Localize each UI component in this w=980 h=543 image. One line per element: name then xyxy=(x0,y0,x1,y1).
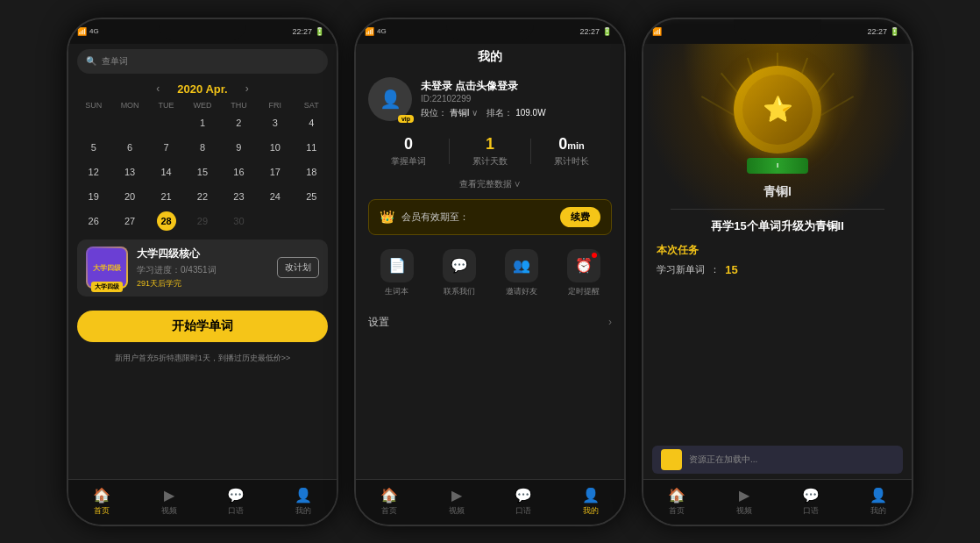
next-month-btn[interactable]: › xyxy=(245,82,249,95)
settings-row[interactable]: 设置 › xyxy=(356,306,624,339)
calendar-day[interactable]: 7 xyxy=(148,138,184,157)
bottom-nav-2: 🏠 首页 ▶ 视频 💬 口语 👤 我的 xyxy=(356,479,624,525)
reminder-dot xyxy=(592,253,597,258)
nav-home-3[interactable]: 🏠 首页 xyxy=(643,487,711,517)
calendar-month: 2020 Apr. xyxy=(177,82,227,96)
loading-bar: 资源正在加载中... xyxy=(652,446,903,474)
calendar-day[interactable] xyxy=(257,211,293,231)
rank-item: 排名： 109.0W xyxy=(486,107,545,119)
network-icon-2: 4G xyxy=(377,27,387,35)
wd-sun: SUN xyxy=(75,101,111,110)
calendar-day[interactable]: 27 xyxy=(111,211,147,231)
calendar-day[interactable]: 21 xyxy=(148,187,184,206)
calendar-day[interactable]: 1 xyxy=(184,113,220,132)
wd-tue: TUE xyxy=(148,101,184,110)
bottom-nav-3: 🏠 首页 ▶ 视频 💬 口语 👤 我的 xyxy=(643,479,912,525)
stat-days-label: 累计天数 xyxy=(450,155,530,168)
wd-sat: SAT xyxy=(294,101,330,110)
plan-button[interactable]: 改计划 xyxy=(277,257,319,278)
weekdays: SUN MON TUE WED THU FRI SAT xyxy=(75,101,330,110)
status-bar-2: 📶 4G 22:27 🔋 xyxy=(356,19,624,44)
calendar-day[interactable]: 26 xyxy=(75,211,111,231)
wd-thu: THU xyxy=(221,101,257,110)
calendar-day[interactable] xyxy=(148,113,184,132)
calendar-day[interactable]: 3 xyxy=(257,113,293,132)
nav-mine-3[interactable]: 👤 我的 xyxy=(845,487,913,517)
nav-speak-label-1: 口语 xyxy=(228,505,244,517)
screen-3: ⭐ I 青铜I 再学15个单词升级为青铜II 本次任务 学习新单词 ： 15 xyxy=(643,44,912,525)
calendar-day[interactable]: 17 xyxy=(257,162,293,182)
start-study-button[interactable]: 开始学单词 xyxy=(77,311,328,342)
course-card: 大学四级 大学四级 大学四级核心 学习进度：0/4351词 291天后学完 改计… xyxy=(77,239,328,297)
calendar-day[interactable]: 13 xyxy=(111,162,147,182)
calendar-day[interactable]: 24 xyxy=(257,187,293,206)
calendar-day[interactable] xyxy=(294,211,330,231)
calendar-day[interactable]: 5 xyxy=(75,138,111,157)
menu-contact[interactable]: 💬 联系我们 xyxy=(430,249,487,297)
status-left-1: 📶 4G xyxy=(77,27,99,36)
calendar-day[interactable]: 30 xyxy=(221,211,257,231)
course-thumbnail: 大学四级 大学四级 xyxy=(86,246,128,289)
menu-contact-label: 联系我们 xyxy=(444,286,475,297)
phone-1: 📶 4G 22:27 🔋 🔍 查单词 ‹ 2020 Apr. › SUN MON… xyxy=(67,18,338,526)
task-row: 学习新单词 ： 15 xyxy=(657,263,898,276)
stats-row: 0 掌握单词 1 累计天数 0min 累计时长 xyxy=(356,128,624,175)
reminder-icon: ⏰ xyxy=(575,257,593,274)
calendar-day[interactable]: 4 xyxy=(294,113,330,132)
nav-speak-2[interactable]: 💬 口语 xyxy=(490,487,557,517)
calendar-day[interactable]: 19 xyxy=(75,187,111,206)
phone-3: 📶 22:27 🔋 ⭐ xyxy=(642,18,913,526)
calendar-day[interactable]: 16 xyxy=(221,162,257,182)
calendar-day[interactable]: 29 xyxy=(184,211,220,231)
nav-home-1[interactable]: 🏠 首页 xyxy=(68,487,136,517)
menu-invite-icon-wrap: 👥 xyxy=(505,249,538,282)
calendar-day[interactable]: 20 xyxy=(111,187,147,206)
calendar-day[interactable]: 6 xyxy=(111,138,147,157)
menu-notebook-icon-wrap: 📄 xyxy=(380,249,414,282)
nav-home-2[interactable]: 🏠 首页 xyxy=(356,487,423,517)
calendar-day[interactable]: 23 xyxy=(221,187,257,206)
calendar-day[interactable] xyxy=(111,113,147,132)
calendar-day[interactable]: 15 xyxy=(184,162,220,182)
nav-mine-2[interactable]: 👤 我的 xyxy=(557,487,625,517)
search-bar[interactable]: 🔍 查单词 xyxy=(77,49,328,74)
menu-reminder[interactable]: ⏰ 定时提醒 xyxy=(555,249,612,297)
upgrade-text: 再学15个单词升级为青铜II xyxy=(693,218,862,234)
signal-icon: 📶 xyxy=(77,27,87,36)
calendar-day[interactable] xyxy=(75,113,111,132)
calendar-day[interactable]: 14 xyxy=(148,162,184,182)
stat-time-num: 0min xyxy=(531,135,612,154)
calendar-day[interactable]: 25 xyxy=(294,187,330,206)
stat-time: 0min 累计时长 xyxy=(531,135,612,168)
calendar-day[interactable]: 10 xyxy=(257,138,293,157)
home-icon-2: 🏠 xyxy=(380,487,398,504)
nav-mine-1[interactable]: 👤 我的 xyxy=(270,487,337,517)
nav-video-1[interactable]: ▶ 视频 xyxy=(136,487,203,517)
renew-button[interactable]: 续费 xyxy=(560,207,600,227)
menu-notebook[interactable]: 📄 生词本 xyxy=(368,249,425,297)
see-more-btn[interactable]: 查看完整数据 ∨ xyxy=(356,175,624,194)
nav-speak-label-3: 口语 xyxy=(803,505,819,517)
calendar-day[interactable]: 12 xyxy=(75,162,111,182)
signal-icon-3: 📶 xyxy=(652,27,662,36)
menu-invite[interactable]: 👥 邀请好友 xyxy=(493,249,550,297)
calendar-day[interactable]: 22 xyxy=(184,187,220,206)
mine-icon-3: 👤 xyxy=(870,487,887,504)
home-icon-1: 🏠 xyxy=(93,487,110,504)
nav-speak-3[interactable]: 💬 口语 xyxy=(778,487,845,517)
search-placeholder: 查单词 xyxy=(102,55,128,68)
calendar-day[interactable]: 11 xyxy=(294,138,330,157)
calendar-day[interactable]: 9 xyxy=(221,138,257,157)
calendar-day[interactable]: 28 xyxy=(157,211,176,231)
stat-words-num: 0 xyxy=(368,135,449,154)
nav-speak-1[interactable]: 💬 口语 xyxy=(202,487,270,517)
calendar-day[interactable]: 18 xyxy=(294,162,330,182)
nav-video-3[interactable]: ▶ 视频 xyxy=(711,487,778,517)
calendar-day[interactable]: 8 xyxy=(184,138,220,157)
profile-section[interactable]: 👤 vip 未登录 点击头像登录 ID:22102299 段位： 青铜I ∨ 排… xyxy=(356,70,624,128)
calendar-day[interactable]: 2 xyxy=(221,113,257,132)
prev-month-btn[interactable]: ‹ xyxy=(156,82,160,95)
medal-star-icon: ⭐ xyxy=(763,95,793,124)
menu-notebook-label: 生词本 xyxy=(385,286,408,297)
nav-video-2[interactable]: ▶ 视频 xyxy=(423,487,491,517)
